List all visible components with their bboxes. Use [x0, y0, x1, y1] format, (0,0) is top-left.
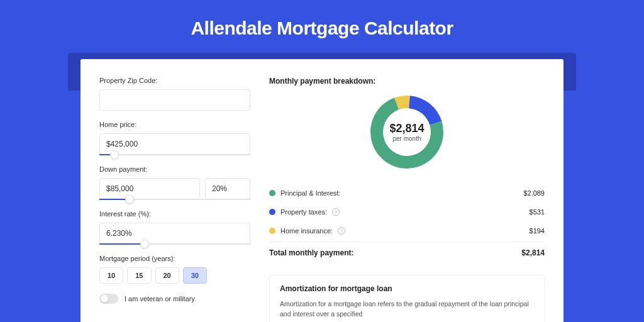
home-price-slider[interactable] [99, 154, 250, 155]
page-title: Allendale Mortgage Calculator [0, 0, 644, 53]
home-price-input[interactable] [99, 133, 250, 155]
legend-label: Property taxes: [280, 208, 327, 216]
breakdown-title: Monthly payment breakdown: [269, 77, 545, 86]
legend-label: Principal & Interest: [280, 189, 340, 197]
interest-rate-slider[interactable] [99, 243, 250, 245]
legend-row: Principal & Interest:$2,089 [269, 184, 545, 203]
veteran-toggle-knob [101, 295, 108, 303]
legend-label: Home insurance: [280, 227, 333, 235]
legend-amount: $531 [530, 208, 545, 216]
interest-rate-input[interactable] [99, 223, 250, 244]
legend-left: Home insurance:? [269, 227, 345, 235]
period-options: 10152030 [99, 267, 250, 284]
home-price-slider-thumb[interactable] [110, 150, 119, 159]
legend: Principal & Interest:$2,089Property taxe… [269, 184, 545, 240]
down-payment-slider[interactable] [99, 199, 250, 200]
form-column: Property Zip Code: Home price: Down paym… [99, 77, 250, 322]
amortization-title: Amortization for mortgage loan [280, 284, 534, 293]
legend-swatch [269, 209, 275, 215]
legend-row: Home insurance:?$194 [269, 221, 545, 240]
down-payment-group: Down payment: [99, 165, 250, 200]
donut-chart: $2,814 per month [369, 94, 445, 170]
down-payment-pct-input[interactable] [205, 178, 250, 199]
info-icon[interactable]: ? [338, 227, 345, 235]
interest-rate-slider-thumb[interactable] [140, 240, 149, 248]
down-payment-label: Down payment: [99, 165, 250, 173]
legend-swatch [269, 228, 275, 234]
legend-row: Property taxes:?$531 [269, 203, 545, 221]
veteran-label: I am veteran or military [125, 295, 195, 303]
veteran-toggle[interactable] [99, 294, 118, 304]
donut-center: $2,814 per month [389, 122, 424, 142]
donut-slice [409, 96, 441, 125]
legend-amount: $2,089 [523, 189, 545, 197]
period-label: Mortgage period (years): [99, 255, 250, 262]
zip-input[interactable] [99, 89, 250, 111]
breakdown-column: Monthly payment breakdown: $2,814 per mo… [269, 77, 545, 322]
legend-left: Principal & Interest: [269, 189, 340, 197]
total-amount: $2,814 [521, 248, 545, 257]
donut-value: $2,814 [389, 122, 424, 135]
legend-left: Property taxes:? [269, 208, 340, 216]
info-icon[interactable]: ? [332, 208, 340, 216]
total-label: Total monthly payment: [269, 248, 353, 257]
period-option-30[interactable]: 30 [183, 267, 207, 284]
veteran-row: I am veteran or military [99, 294, 250, 304]
interest-rate-label: Interest rate (%): [99, 210, 250, 218]
total-row: Total monthly payment: $2,814 [269, 242, 545, 264]
period-group: Mortgage period (years): 10152030 [99, 255, 250, 284]
legend-swatch [269, 190, 275, 196]
home-price-group: Home price: [99, 121, 250, 155]
home-price-label: Home price: [99, 121, 250, 128]
period-option-15[interactable]: 15 [127, 267, 151, 284]
period-option-10[interactable]: 10 [99, 267, 123, 284]
zip-field-group: Property Zip Code: [99, 77, 250, 111]
donut-sub: per month [389, 135, 424, 142]
interest-rate-slider-fill [99, 243, 145, 245]
amortization-text: Amortization for a mortgage loan refers … [280, 299, 534, 319]
interest-rate-group: Interest rate (%): [99, 210, 250, 245]
amortization-box: Amortization for mortgage loan Amortizat… [269, 275, 545, 322]
zip-label: Property Zip Code: [99, 77, 250, 84]
down-payment-input[interactable] [99, 178, 200, 199]
calculator-card: Property Zip Code: Home price: Down paym… [80, 59, 564, 322]
down-payment-slider-thumb[interactable] [125, 195, 134, 204]
legend-amount: $194 [530, 227, 545, 235]
period-option-20[interactable]: 20 [155, 267, 179, 284]
